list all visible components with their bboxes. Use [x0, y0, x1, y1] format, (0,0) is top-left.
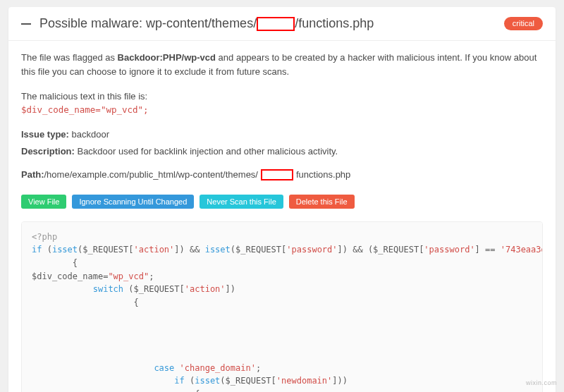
view-file-button[interactable]: View File: [21, 195, 66, 209]
redacted-theme-name-path: [261, 169, 293, 180]
malware-name: Backdoor:PHP/wp-vcd: [118, 52, 216, 63]
never-scan-button[interactable]: Never Scan this File: [200, 195, 283, 209]
ignore-until-changed-button[interactable]: Ignore Scanning Until Changed: [72, 195, 194, 209]
title-prefix: Possible malware: wp-content/themes/: [39, 14, 257, 33]
intro-paragraph: The file was flagged as Backdoor:PHP/wp-…: [21, 51, 543, 78]
file-path: Path: /home/example.com/public_html/wp-c…: [21, 168, 543, 182]
redacted-theme-name: [257, 17, 295, 31]
scan-result-header: Possible malware: wp-content/themes//fun…: [8, 7, 556, 41]
delete-file-button[interactable]: Delete this File: [289, 195, 355, 209]
severity-badge: critical: [504, 17, 543, 30]
description: Description: Backdoor used for backlink …: [21, 145, 543, 159]
issue-type: Issue type: backdoor: [21, 128, 543, 142]
scan-body: The file was flagged as Backdoor:PHP/wp-…: [8, 41, 556, 195]
collapse-icon[interactable]: [21, 23, 31, 25]
action-buttons: View File Ignore Scanning Until Changed …: [8, 195, 556, 209]
code-preview: <?php if (isset($_REQUEST['action']) && …: [21, 221, 543, 392]
title-suffix: /functions.php: [295, 14, 374, 33]
scan-title: Possible malware: wp-content/themes//fun…: [39, 14, 504, 33]
malicious-code: $div_code_name="wp_vcd";: [21, 104, 543, 117]
malicious-label: The malicious text in this file is:: [21, 90, 543, 104]
watermark: wixin.com: [526, 379, 557, 388]
